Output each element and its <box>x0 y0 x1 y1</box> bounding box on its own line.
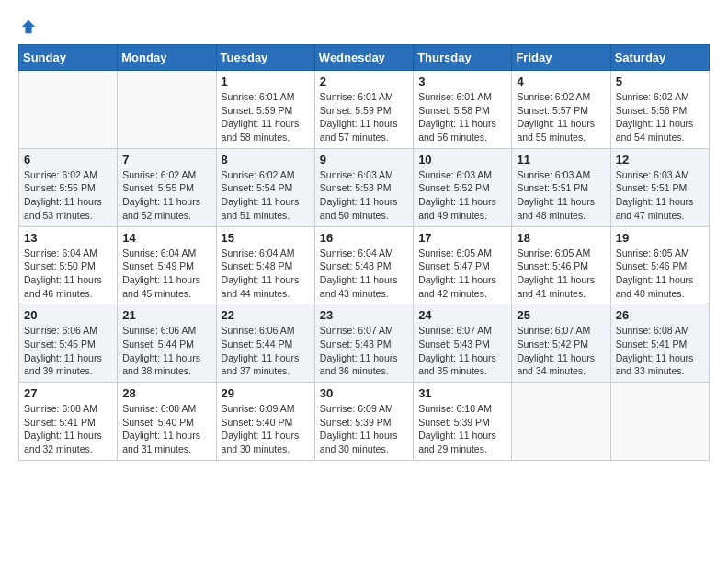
calendar-table: SundayMondayTuesdayWednesdayThursdayFrid… <box>18 44 710 461</box>
cell-content: Sunrise: 6:02 AM Sunset: 5:56 PM Dayligh… <box>616 90 704 144</box>
calendar-cell: 7Sunrise: 6:02 AM Sunset: 5:55 PM Daylig… <box>118 148 216 226</box>
day-number: 4 <box>517 75 605 88</box>
calendar-cell: 23Sunrise: 6:07 AM Sunset: 5:43 PM Dayli… <box>314 304 413 383</box>
day-number: 7 <box>122 153 210 167</box>
cell-content: Sunrise: 6:03 AM Sunset: 5:51 PM Dayligh… <box>517 168 605 223</box>
calendar-cell: 18Sunrise: 6:05 AM Sunset: 5:46 PM Dayli… <box>512 226 610 304</box>
cell-content: Sunrise: 6:02 AM Sunset: 5:55 PM Dayligh… <box>122 168 210 223</box>
day-number: 31 <box>418 386 506 400</box>
calendar-header-row: SundayMondayTuesdayWednesdayThursdayFrid… <box>19 45 710 71</box>
calendar-cell: 6Sunrise: 6:02 AM Sunset: 5:55 PM Daylig… <box>19 148 118 226</box>
day-number: 1 <box>222 75 310 88</box>
calendar-cell <box>118 71 216 149</box>
svg-marker-0 <box>22 20 35 33</box>
day-number: 28 <box>122 386 210 400</box>
cell-content: Sunrise: 6:06 AM Sunset: 5:45 PM Dayligh… <box>24 324 112 378</box>
day-number: 26 <box>616 308 704 322</box>
day-of-week-header: Wednesday <box>314 45 413 71</box>
cell-content: Sunrise: 6:09 AM Sunset: 5:39 PM Dayligh… <box>320 402 408 456</box>
calendar-cell: 15Sunrise: 6:04 AM Sunset: 5:48 PM Dayli… <box>216 226 314 304</box>
cell-content: Sunrise: 6:01 AM Sunset: 5:59 PM Dayligh… <box>320 90 408 144</box>
calendar-week-row: 27Sunrise: 6:08 AM Sunset: 5:41 PM Dayli… <box>19 383 710 461</box>
calendar-cell: 1Sunrise: 6:01 AM Sunset: 5:59 PM Daylig… <box>216 71 314 149</box>
day-number: 21 <box>122 308 210 322</box>
cell-content: Sunrise: 6:08 AM Sunset: 5:40 PM Dayligh… <box>122 402 210 456</box>
calendar-cell: 11Sunrise: 6:03 AM Sunset: 5:51 PM Dayli… <box>512 148 610 226</box>
calendar-week-row: 20Sunrise: 6:06 AM Sunset: 5:45 PM Dayli… <box>19 304 710 383</box>
calendar-week-row: 1Sunrise: 6:01 AM Sunset: 5:59 PM Daylig… <box>19 71 710 149</box>
cell-content: Sunrise: 6:08 AM Sunset: 5:41 PM Dayligh… <box>616 324 704 378</box>
cell-content: Sunrise: 6:05 AM Sunset: 5:46 PM Dayligh… <box>616 247 704 301</box>
calendar-cell: 5Sunrise: 6:02 AM Sunset: 5:56 PM Daylig… <box>610 71 709 149</box>
cell-content: Sunrise: 6:04 AM Sunset: 5:50 PM Dayligh… <box>24 247 112 301</box>
day-number: 18 <box>517 231 605 245</box>
calendar-cell: 28Sunrise: 6:08 AM Sunset: 5:40 PM Dayli… <box>118 383 216 461</box>
cell-content: Sunrise: 6:07 AM Sunset: 5:42 PM Dayligh… <box>517 324 605 378</box>
calendar-cell: 22Sunrise: 6:06 AM Sunset: 5:44 PM Dayli… <box>216 304 314 383</box>
day-number: 2 <box>320 75 408 88</box>
cell-content: Sunrise: 6:05 AM Sunset: 5:46 PM Dayligh… <box>517 247 605 301</box>
cell-content: Sunrise: 6:08 AM Sunset: 5:41 PM Dayligh… <box>24 402 112 456</box>
cell-content: Sunrise: 6:01 AM Sunset: 5:59 PM Dayligh… <box>222 90 310 144</box>
calendar-cell: 16Sunrise: 6:04 AM Sunset: 5:48 PM Dayli… <box>314 226 413 304</box>
day-number: 11 <box>517 153 605 167</box>
cell-content: Sunrise: 6:06 AM Sunset: 5:44 PM Dayligh… <box>222 324 310 378</box>
day-number: 30 <box>320 386 408 400</box>
day-number: 19 <box>616 231 704 245</box>
calendar-cell <box>610 383 709 461</box>
cell-content: Sunrise: 6:03 AM Sunset: 5:51 PM Dayligh… <box>616 168 704 223</box>
day-of-week-header: Sunday <box>19 45 118 71</box>
cell-content: Sunrise: 6:03 AM Sunset: 5:52 PM Dayligh… <box>418 168 506 223</box>
cell-content: Sunrise: 6:03 AM Sunset: 5:53 PM Dayligh… <box>320 168 408 223</box>
day-number: 20 <box>24 308 112 322</box>
calendar-cell: 24Sunrise: 6:07 AM Sunset: 5:43 PM Dayli… <box>414 304 512 383</box>
day-number: 12 <box>616 153 704 167</box>
calendar-cell: 8Sunrise: 6:02 AM Sunset: 5:54 PM Daylig… <box>216 148 314 226</box>
cell-content: Sunrise: 6:09 AM Sunset: 5:40 PM Dayligh… <box>222 402 310 456</box>
calendar-cell: 3Sunrise: 6:01 AM Sunset: 5:58 PM Daylig… <box>414 71 512 149</box>
day-number: 29 <box>222 386 310 400</box>
day-number: 27 <box>24 386 112 400</box>
logo <box>18 18 37 35</box>
cell-content: Sunrise: 6:04 AM Sunset: 5:49 PM Dayligh… <box>122 247 210 301</box>
day-number: 25 <box>517 308 605 322</box>
cell-content: Sunrise: 6:07 AM Sunset: 5:43 PM Dayligh… <box>418 324 506 378</box>
calendar-cell: 13Sunrise: 6:04 AM Sunset: 5:50 PM Dayli… <box>19 226 118 304</box>
calendar-cell: 2Sunrise: 6:01 AM Sunset: 5:59 PM Daylig… <box>314 71 413 149</box>
day-number: 6 <box>24 153 112 167</box>
cell-content: Sunrise: 6:05 AM Sunset: 5:47 PM Dayligh… <box>418 247 506 301</box>
day-number: 16 <box>320 231 408 245</box>
calendar-cell <box>512 383 610 461</box>
day-number: 13 <box>24 231 112 245</box>
cell-content: Sunrise: 6:10 AM Sunset: 5:39 PM Dayligh… <box>418 402 506 456</box>
calendar-cell: 25Sunrise: 6:07 AM Sunset: 5:42 PM Dayli… <box>512 304 610 383</box>
calendar-cell: 29Sunrise: 6:09 AM Sunset: 5:40 PM Dayli… <box>216 383 314 461</box>
cell-content: Sunrise: 6:06 AM Sunset: 5:44 PM Dayligh… <box>122 324 210 378</box>
cell-content: Sunrise: 6:04 AM Sunset: 5:48 PM Dayligh… <box>222 247 310 301</box>
day-number: 9 <box>320 153 408 167</box>
day-number: 17 <box>418 231 506 245</box>
calendar-cell: 31Sunrise: 6:10 AM Sunset: 5:39 PM Dayli… <box>414 383 512 461</box>
day-number: 24 <box>418 308 506 322</box>
day-number: 15 <box>222 231 310 245</box>
day-number: 3 <box>418 75 506 88</box>
day-number: 5 <box>616 75 704 88</box>
logo-icon <box>20 18 37 35</box>
page-header <box>18 18 710 35</box>
cell-content: Sunrise: 6:07 AM Sunset: 5:43 PM Dayligh… <box>320 324 408 378</box>
day-of-week-header: Saturday <box>610 45 709 71</box>
cell-content: Sunrise: 6:02 AM Sunset: 5:57 PM Dayligh… <box>517 90 605 144</box>
day-of-week-header: Monday <box>118 45 216 71</box>
day-of-week-header: Tuesday <box>216 45 314 71</box>
calendar-week-row: 13Sunrise: 6:04 AM Sunset: 5:50 PM Dayli… <box>19 226 710 304</box>
calendar-cell: 12Sunrise: 6:03 AM Sunset: 5:51 PM Dayli… <box>610 148 709 226</box>
cell-content: Sunrise: 6:02 AM Sunset: 5:55 PM Dayligh… <box>24 168 112 223</box>
day-number: 14 <box>122 231 210 245</box>
calendar-cell: 17Sunrise: 6:05 AM Sunset: 5:47 PM Dayli… <box>414 226 512 304</box>
calendar-cell <box>19 71 118 149</box>
calendar-cell: 27Sunrise: 6:08 AM Sunset: 5:41 PM Dayli… <box>19 383 118 461</box>
calendar-cell: 21Sunrise: 6:06 AM Sunset: 5:44 PM Dayli… <box>118 304 216 383</box>
day-number: 23 <box>320 308 408 322</box>
calendar-cell: 26Sunrise: 6:08 AM Sunset: 5:41 PM Dayli… <box>610 304 709 383</box>
calendar-cell: 14Sunrise: 6:04 AM Sunset: 5:49 PM Dayli… <box>118 226 216 304</box>
